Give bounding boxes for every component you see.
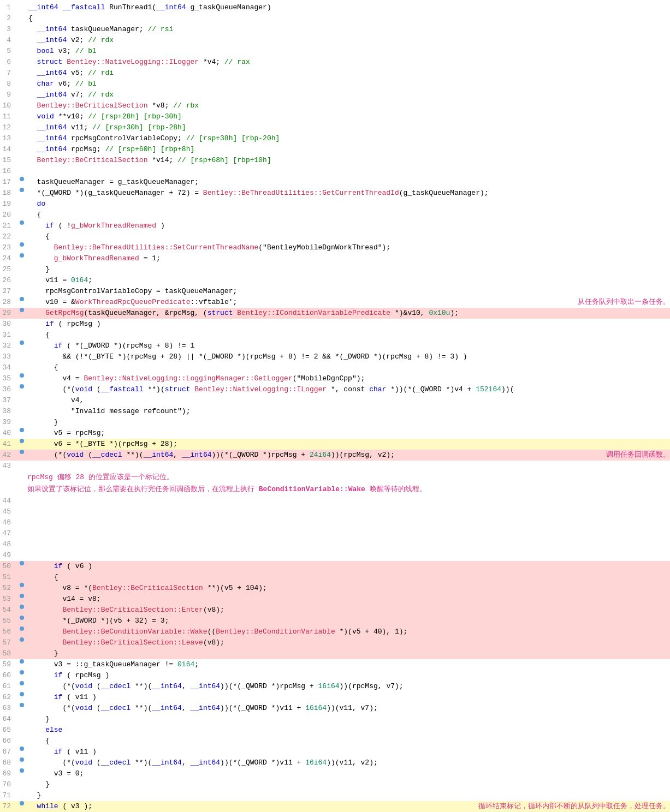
line-number: 2	[0, 13, 17, 24]
line-number: 25	[0, 264, 17, 275]
breakpoint-col[interactable]	[17, 253, 26, 258]
breakpoint-col[interactable]	[17, 703, 26, 707]
breakpoint-dot	[20, 561, 24, 565]
breakpoint-col[interactable]	[17, 384, 26, 389]
code-line: 22 {	[0, 231, 670, 242]
line-number: 63	[0, 703, 17, 714]
code-text: v3 = ::g_taskQueueManager != 0i64;	[26, 659, 670, 670]
breakpoint-dot	[20, 616, 24, 620]
breakpoint-dot	[20, 637, 24, 642]
breakpoint-dot	[20, 757, 24, 762]
line-number: 62	[0, 692, 17, 703]
code-line: 66 {	[0, 736, 670, 747]
code-text: {	[26, 572, 670, 583]
line-number: 46	[0, 517, 17, 528]
code-line: 27 rpcMsgControlVariableCopy = taskQueue…	[0, 286, 670, 297]
code-line: 59 v3 = ::g_taskQueueManager != 0i64;	[0, 659, 670, 670]
breakpoint-col[interactable]	[17, 188, 26, 192]
code-text: v5 = rpcMsg;	[26, 428, 670, 439]
breakpoint-col[interactable]	[17, 450, 26, 454]
breakpoint-col[interactable]	[17, 561, 26, 565]
code-line: 48	[0, 539, 670, 550]
code-line: 35 v4 = Bentley::NativeLogging::LoggingM…	[0, 373, 670, 384]
breakpoint-col[interactable]	[17, 177, 26, 181]
code-line: 60 if ( rpcMsg )	[0, 670, 670, 681]
code-text: __int64 v11; // [rsp+30h] [rbp-28h]	[26, 122, 670, 133]
breakpoint-col[interactable]	[17, 692, 26, 696]
breakpoint-col[interactable]	[17, 308, 26, 312]
annotation-text: 从任务队列中取出一条任务。	[578, 297, 670, 308]
code-text: "Invalid message refcount");	[26, 406, 670, 417]
code-text: do	[26, 199, 670, 210]
breakpoint-dot	[20, 439, 24, 443]
code-line: 62 if ( v11 )	[0, 692, 670, 703]
breakpoint-col[interactable]	[17, 768, 26, 773]
line-number: 42	[0, 450, 17, 461]
line-number: 15	[0, 155, 17, 166]
code-text: if ( rpcMsg )	[26, 319, 670, 330]
breakpoint-dot	[20, 341, 24, 345]
line-number: 32	[0, 341, 17, 351]
breakpoint-col[interactable]	[17, 681, 26, 685]
breakpoint-col[interactable]	[17, 341, 26, 345]
breakpoint-col[interactable]	[17, 439, 26, 443]
line-number: 7	[0, 68, 17, 79]
breakpoint-col[interactable]	[17, 801, 26, 805]
line-number: 72	[0, 801, 17, 812]
code-line: 63 (*(void (__cdecl **)(__int64, __int64…	[0, 703, 670, 714]
line-number: 69	[0, 768, 17, 779]
code-line: 20 {	[0, 210, 670, 220]
breakpoint-col[interactable]	[17, 626, 26, 631]
breakpoint-dot	[20, 605, 24, 609]
code-line: 52 v8 = *(Bentley::BeCriticalSection **)…	[0, 583, 670, 594]
breakpoint-dot	[20, 450, 24, 454]
line-number: 3	[0, 24, 17, 35]
breakpoint-col[interactable]	[17, 220, 26, 225]
code-text: if ( *(_DWORD *)(rpcMsg + 8) != 1	[26, 341, 670, 351]
breakpoint-col[interactable]	[17, 605, 26, 609]
line-number: 67	[0, 747, 17, 757]
line-number: 47	[0, 528, 17, 539]
breakpoint-col[interactable]	[17, 242, 26, 247]
breakpoint-col[interactable]	[17, 670, 26, 674]
breakpoint-dot	[20, 692, 24, 696]
code-text: v14 = v8;	[26, 594, 670, 605]
breakpoint-col[interactable]	[17, 637, 26, 642]
code-line: 67 if ( v11 )	[0, 747, 670, 757]
breakpoint-col[interactable]	[17, 659, 26, 664]
breakpoint-dot	[20, 297, 24, 301]
code-text: (*(void (__fastcall **)(struct Bentley::…	[26, 384, 670, 395]
code-line: 34 {	[0, 362, 670, 373]
code-text: && (!*(_BYTE *)(rpcMsg + 28) || *(_DWORD…	[26, 351, 670, 362]
code-line: 65 else	[0, 725, 670, 736]
breakpoint-col[interactable]	[17, 297, 26, 301]
code-line: 16	[0, 166, 670, 177]
line-number: 11	[0, 111, 17, 122]
code-text: g_bWorkThreadRenamed = 1;	[26, 253, 670, 264]
line-number: 17	[0, 177, 17, 188]
code-line: 37 v4,	[0, 395, 670, 406]
breakpoint-col[interactable]	[17, 583, 26, 587]
breakpoint-col[interactable]	[17, 428, 26, 432]
line-number: 48	[0, 539, 17, 550]
code-text: {	[26, 330, 670, 341]
line-number: 38	[0, 406, 17, 417]
line-number: 1	[0, 2, 17, 13]
breakpoint-col[interactable]	[17, 747, 26, 751]
code-text: __int64 v2; // rdx	[26, 35, 670, 46]
code-text: __int64 v5; // rdi	[26, 68, 670, 79]
code-text: v8 = *(Bentley::BeCriticalSection **)(v5…	[26, 583, 670, 594]
line-number: 19	[0, 199, 17, 210]
breakpoint-dot	[20, 188, 24, 192]
annotation-text: 如果设置了该标记位，那么需要在执行完任务回调函数后，在流程上执行 BeCondi…	[27, 483, 670, 495]
breakpoint-col[interactable]	[17, 616, 26, 620]
line-number: 6	[0, 57, 17, 68]
code-line: 12 __int64 v11; // [rsp+30h] [rbp-28h]	[0, 122, 670, 133]
breakpoint-col[interactable]	[17, 373, 26, 378]
code-text: __int64 __fastcall RunThread1(__int64 g_…	[26, 2, 670, 13]
breakpoint-col[interactable]	[17, 757, 26, 762]
line-number: 41	[0, 439, 17, 450]
code-line: 8 char v6; // bl	[0, 79, 670, 89]
code-text: {	[26, 210, 670, 220]
breakpoint-col[interactable]	[17, 594, 26, 598]
